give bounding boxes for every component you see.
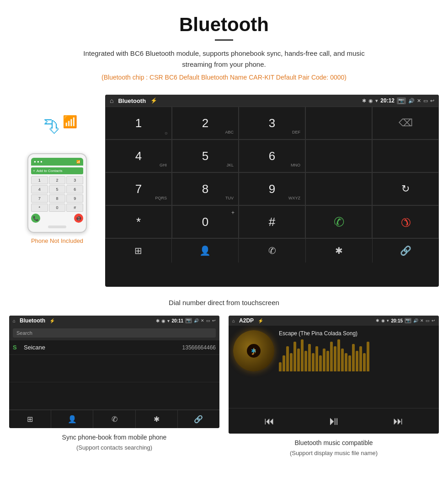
pb-close-icon[interactable]: ✕ [201,318,204,323]
music-controls: ⏮ ⏯ ⏭ [229,408,439,434]
wifi-status-icon: ▾ [375,98,378,104]
pb-usb-icon: ⚡ [49,318,55,323]
eq-bar [326,351,329,371]
dial-empty-2 [305,140,372,172]
wifi-waves-icon: 📶 [63,115,102,129]
music-cam-icon[interactable]: 📷 [405,318,411,323]
dial-key-8[interactable]: 8 TUV [172,172,239,205]
dial-key-4[interactable]: 4 GHI [105,140,172,172]
phone-key-8[interactable]: 8 [49,194,66,203]
dial-refresh-button[interactable]: ↻ [372,172,439,205]
phone-key-5[interactable]: 5 [49,185,66,193]
pb-home-icon[interactable]: ⌂ [13,318,16,323]
music-screen-title: A2DP [239,317,254,324]
dial-key-7[interactable]: 7 PQRS [105,172,172,205]
pb-toolbar-contacts[interactable]: 👤 [51,410,93,428]
green-phone-icon: ✆ [334,215,344,230]
phone-key-9[interactable]: 9 [66,194,83,203]
pb-toolbar-call[interactable]: ✆ [93,410,135,428]
dial-call-red-button[interactable]: ✆ [372,205,439,238]
phone-key-0[interactable]: 0 [49,204,66,212]
dial-key-3[interactable]: 3 DEF [239,107,305,140]
pb-contacts-list: S Seicane 13566664466 [9,340,219,410]
pb-contact-row[interactable]: S Seicane 13566664466 [9,340,219,355]
phone-key-4[interactable]: 4 [31,185,48,193]
bluetooth-status-icon: ✱ [362,98,366,104]
prev-track-button[interactable]: ⏮ [264,415,274,427]
dial-key-0[interactable]: 0 + [172,205,239,238]
dial-key-2[interactable]: 2 ABC [172,107,239,140]
dial-key-1[interactable]: 1 ⊙ [105,107,172,140]
phone-key-6[interactable]: 6 [66,185,83,193]
phone-call-green-button[interactable]: 📞 [31,214,40,223]
pb-back-icon[interactable]: ↩ [212,318,216,323]
dial-key-star[interactable]: * [105,205,172,238]
phone-call-red-button[interactable]: 📵 [74,214,83,223]
dial-key-6[interactable]: 6 MNO [239,140,305,172]
volume-icon[interactable]: 🔊 [408,98,415,104]
pb-contact-number: 13566664466 [182,344,216,351]
page-header: Bluetooth Integrated with BC6 Bluetooth … [0,0,448,95]
eq-bar [323,349,325,371]
page-description: Integrated with BC6 Bluetooth module, su… [69,48,379,70]
music-vol-icon[interactable]: 🔊 [413,318,418,323]
phone-keypad: 1 2 3 4 5 6 7 8 9 * 0 # [31,176,83,212]
toolbar-bluetooth-button[interactable]: ✱ [306,239,373,263]
music-time: 20:15 [391,318,403,323]
backspace-icon: ⌫ [399,117,413,129]
back-icon[interactable]: ↩ [430,98,434,104]
next-track-button[interactable]: ⏭ [393,415,403,427]
music-home-icon[interactable]: ⌂ [232,318,235,323]
home-icon[interactable]: ⌂ [110,97,113,104]
eq-bar [297,349,300,371]
phonebook-screen-wrap: ⌂ Bluetooth ⚡ ✱ ◉ ▾ 20:11 📷 🔊 ✕ ▭ ↩ Sear… [9,316,219,460]
toolbar-call-button[interactable]: ✆ [239,239,305,263]
music-wifi-icon: ▾ [387,318,389,323]
pb-window-icon[interactable]: ▭ [206,318,210,323]
music-screen-wrap: ⌂ A2DP ⚡ ✱ ◉ ▾ 20:15 📷 🔊 ✕ ▭ ↩ [229,316,439,460]
eq-bar [334,346,336,371]
pb-empty-row-1 [9,355,219,382]
dial-backspace-button[interactable]: ⌫ [372,107,439,140]
bottom-screens: ⌂ Bluetooth ⚡ ✱ ◉ ▾ 20:11 📷 🔊 ✕ ▭ ↩ Sear… [0,316,448,469]
music-back-icon[interactable]: ↩ [432,318,435,323]
music-screen: ⌂ A2DP ⚡ ✱ ◉ ▾ 20:15 📷 🔊 ✕ ▭ ↩ [229,316,439,434]
bluetooth-float-icon: ⮷ [43,118,60,137]
pb-bt-icon: ✱ [156,318,160,323]
toolbar-keypad-button[interactable]: ⊞ [105,239,172,263]
main-content: ⮷ 📶 ● ● ● 📶 + Add to Contacts 1 2 3 4 5 … [0,95,448,287]
dial-key-9[interactable]: 9 WXYZ [239,172,305,205]
music-close-icon[interactable]: ✕ [420,318,424,323]
pb-toolbar-keypad[interactable]: ⊞ [9,410,51,428]
phone-key-star[interactable]: * [31,204,48,212]
music-window-icon[interactable]: ▭ [426,318,430,323]
dial-key-5[interactable]: 5 JKL [172,140,239,172]
status-right-icons: ✱ ◉ ▾ 20:12 📷 🔊 ✕ ▭ ↩ [362,97,434,104]
dial-caption: Dial number direct from touchscreen [0,294,448,316]
phone-key-1[interactable]: 1 [31,176,48,184]
pb-contact-letter: S [13,344,20,351]
toolbar-link-button[interactable]: 🔗 [373,239,439,263]
play-pause-button[interactable]: ⏯ [328,414,340,428]
pb-cam-icon[interactable]: 📷 [185,318,192,323]
pb-search-field[interactable]: Search [13,328,216,338]
pb-vol-icon[interactable]: 🔊 [194,318,199,323]
music-main-area: ✱ ♪ Escape (The Pina Colada Song) [229,326,439,408]
pb-time: 20:11 [171,318,183,323]
pb-toolbar-link[interactable]: 🔗 [178,410,219,428]
camera-icon[interactable]: 📷 [397,97,406,104]
page-title: Bluetooth [9,14,439,36]
toolbar-contacts-button[interactable]: 👤 [172,239,239,263]
phone-key-3[interactable]: 3 [66,176,83,184]
phone-key-2[interactable]: 2 [49,176,66,184]
phone-key-hash[interactable]: # [66,204,83,212]
pb-toolbar-bluetooth[interactable]: ✱ [136,410,178,428]
eq-bar [348,355,351,371]
dial-key-hash[interactable]: # [239,205,305,238]
dial-call-green-button[interactable]: ✆ [305,205,372,238]
phone-home-button[interactable] [48,225,66,228]
phone-key-7[interactable]: 7 [31,194,48,203]
close-icon[interactable]: ✕ [417,98,421,104]
eq-bar [330,342,333,371]
window-icon[interactable]: ▭ [423,98,428,104]
